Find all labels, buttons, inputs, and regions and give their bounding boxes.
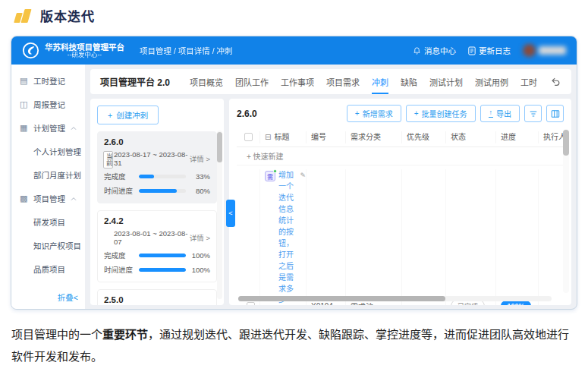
tab-team-work[interactable]: 团队工作 [235, 69, 269, 94]
update-log-button[interactable]: 更新日志 [468, 45, 511, 56]
sprint-card[interactable]: 2.4.22023-08-01 ~ 2023-08-07详情 >完成度100%时… [97, 210, 217, 282]
bell-icon [413, 46, 421, 55]
sidebar-item-label: 项目管理 [33, 193, 65, 204]
tab-label: 项目概览 [190, 76, 223, 88]
sidebar-item-quality-project[interactable]: 品质项目 [11, 257, 85, 281]
table-header: ⊟ 标题 编号 需求分类 优先级 状态 进度 执行人 [237, 128, 564, 147]
document-icon [468, 46, 476, 55]
app-logo-icon [22, 42, 39, 59]
batch-create-tasks-button[interactable]: +批量创建任务 [406, 105, 476, 122]
tab-test-cases[interactable]: 测试用例 [475, 69, 508, 94]
tab-label: 工时 [520, 76, 537, 88]
tab-hours[interactable]: 工时 [520, 69, 537, 94]
columns-icon [551, 109, 560, 118]
row-title-link[interactable]: 增加一个 迭代信息统计的按钮，打开之后是需求多少个，分别属于什么需求分类，缺陷多… [278, 169, 297, 305]
sidebar-item-personal-plan[interactable]: 个人计划管理 [11, 140, 85, 163]
sprint-version: 2.6.0 [104, 137, 210, 146]
table-horizontal-scrollbar-thumb[interactable] [238, 296, 445, 301]
sprint-list-panel: + 创建冲刺 2.6.0当前2023-08-17 ~ 2023-08-31详情 … [90, 99, 224, 305]
project-header: 项目管理平台 2.0 项目概览团队工作工作事项项目需求冲刺缺陷测试计划测试用例工… [90, 69, 571, 94]
tab-label: 测试用例 [475, 76, 508, 88]
avatar [523, 44, 536, 57]
plan-icon: ▦ [20, 123, 29, 133]
weekly-report-icon: ◫ [20, 99, 29, 109]
chevron-left-icon: < [74, 293, 78, 302]
tab-test-plan[interactable]: 测试计划 [429, 69, 463, 94]
time-progress-value: 80% [190, 187, 210, 195]
sprint-scrollbar-thumb[interactable] [217, 132, 222, 162]
current-sprint-badge: 当前 [103, 151, 113, 169]
columns-button[interactable] [546, 105, 564, 122]
plus-icon: + [108, 111, 112, 120]
row-checkbox[interactable] [247, 302, 255, 306]
panel-collapse-handle[interactable]: < [226, 200, 235, 227]
sidebar-item-project-management[interactable]: ▩项目管理 [11, 187, 85, 210]
description-text: 项目管理中的一个重要环节，通过规划迭代、跟进迭代开发、缺陷跟踪、掌控进度等，进而… [11, 323, 579, 368]
add-requirement-button[interactable]: +新增需求 [347, 105, 401, 122]
sidebar-item-label: 周报登记 [33, 99, 65, 110]
sprint-date-range: 2023-08-17 ~ 2023-08-31 [114, 150, 190, 167]
table-row: 需增加一个 迭代信息统计的按钮，打开之后是需求多少个，分别属于什么需求分类，缺陷… [237, 165, 564, 305]
user-menu[interactable] [523, 44, 566, 57]
sidebar-item-ip-project[interactable]: 知识产权项目 [11, 234, 85, 257]
sprint-date-range: 2023-08-01 ~ 2023-08-07 [114, 229, 190, 246]
sprint-card[interactable]: 2.5.02023-07-19 ~ 2023-08-22详情 >完成度100%时… [97, 289, 217, 305]
description-bold: 重要环节 [102, 328, 148, 341]
brand-title: 华苏科技项目管理平台 [45, 43, 124, 52]
sidebar-item-label: 研发项目 [33, 216, 65, 228]
page-title: 版本迭代 [40, 6, 95, 25]
tab-label: 缺陷 [401, 76, 417, 88]
edit-icon[interactable]: ✎ [300, 172, 306, 179]
time-progress-bar [139, 189, 186, 193]
sidebar-item-department-monthly-plan[interactable]: 部门月度计划 [11, 163, 85, 187]
sidebar-item-label: 计划管理 [33, 122, 65, 134]
status-dot [273, 169, 277, 173]
sidebar-item-plan-management[interactable]: ▦计划管理 [11, 116, 85, 140]
tab-defects[interactable]: 缺陷 [401, 69, 417, 94]
sidebar-item-label: 部门月度计划 [33, 169, 81, 181]
sidebar-item-rd-project[interactable]: 研发项目 [11, 210, 85, 234]
brand-block: 华苏科技项目管理平台 --研发中心-- [45, 43, 124, 59]
export-button[interactable]: ↑导出 [480, 105, 520, 122]
collapse-rows-icon[interactable]: ⊟ [265, 131, 271, 143]
quick-create-button[interactable]: + 快速新建 [237, 147, 564, 165]
select-all-checkbox[interactable] [244, 133, 253, 141]
project-title: 项目管理平台 2.0 [100, 75, 170, 88]
completion-label: 完成度 [104, 250, 134, 260]
sidebar-item-weekly-report[interactable]: ◫周报登记 [11, 93, 85, 116]
main-area: 项目管理平台 2.0 项目概览团队工作工作事项项目需求冲刺缺陷测试计划测试用例工… [85, 65, 577, 310]
sprint-detail-link[interactable]: 详情 > [190, 232, 210, 243]
completion-value: 33% [190, 172, 210, 181]
completion-bar [139, 254, 186, 257]
tab-project-overview[interactable]: 项目概览 [190, 69, 223, 94]
export-icon: ↑ [489, 109, 494, 118]
tab-label: 团队工作 [235, 76, 269, 88]
chevron-up-icon [71, 197, 77, 201]
row-category: 需求池 [345, 169, 401, 305]
project-icon: ▩ [20, 194, 29, 203]
brand-subtitle: --研发中心-- [45, 52, 124, 59]
completion-label: 完成度 [104, 171, 134, 181]
row-executor [538, 169, 564, 305]
time-progress-label: 时间进度 [104, 185, 134, 196]
tab-requirements[interactable]: 项目需求 [326, 69, 360, 94]
message-center-button[interactable]: 消息中心 [413, 45, 456, 56]
app-window: 华苏科技项目管理平台 --研发中心-- 项目管理 / 项目详情 / 冲刺 消息中… [11, 36, 577, 310]
user-name-redacted [539, 46, 566, 55]
tab-bar: 项目概览团队工作工作事项项目需求冲刺缺陷测试计划测试用例工时更多∨ [190, 69, 542, 94]
work-items-panel: 2.6.0 +新增需求+批量创建任务↑导出 ⊟ 标题 编号 需求分类 优先级 [229, 99, 571, 305]
table-vertical-scrollbar-thumb[interactable] [563, 130, 569, 156]
sort-button[interactable] [524, 105, 542, 122]
tab-sprint[interactable]: 冲刺 [372, 69, 388, 94]
sprint-card[interactable]: 2.6.0当前2023-08-17 ~ 2023-08-31详情 >完成度33%… [97, 131, 217, 203]
sidebar-item-label: 知识产权项目 [33, 240, 81, 251]
back-icon[interactable] [550, 77, 561, 87]
create-sprint-button[interactable]: + 创建冲刺 [97, 106, 159, 124]
completion-value: 100% [190, 251, 210, 260]
sidebar-collapse-button[interactable]: 折叠< [58, 291, 78, 303]
tab-work-items[interactable]: 工作事项 [281, 69, 314, 94]
sidebar-item-timesheet[interactable]: ▤工时登记 [11, 69, 85, 93]
sprint-detail-link[interactable]: 详情 > [190, 153, 210, 164]
sprint-scrollbar [217, 131, 222, 299]
section-bullet-icon [14, 8, 32, 23]
